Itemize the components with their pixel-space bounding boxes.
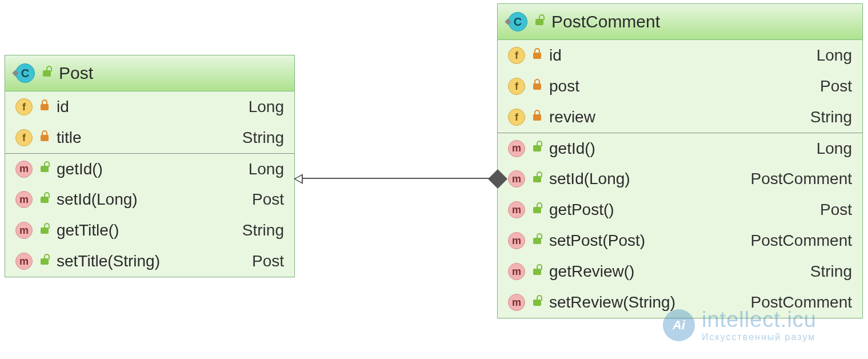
method-name: getPost() [549,201,813,219]
public-unlock-icon [532,204,542,216]
private-lock-icon [532,111,542,123]
field-name: id [549,46,810,65]
field-row: fpostPost [498,71,862,102]
public-unlock-icon [39,193,50,206]
field-badge-icon: f [508,78,525,95]
public-unlock-icon [532,173,542,185]
field-type: String [242,129,284,147]
method-badge-icon: m [508,201,525,218]
method-badge-icon: m [508,294,525,311]
watermark-subtitle: Искусственный разум [702,333,817,342]
method-row: mgetId()Long [498,133,862,163]
composition-connector [295,178,497,179]
method-badge-icon: m [508,170,525,188]
method-row: msetId(Long)PostComment [498,163,862,194]
method-return-type: PostComment [751,170,852,188]
field-type: Long [817,46,852,65]
method-row: mgetTitle()String [5,215,294,246]
method-return-type: String [242,221,284,240]
public-unlock-icon [39,163,50,175]
method-badge-icon: m [15,222,33,239]
class class-badge-icon: C [508,12,527,31]
method-name: getReview() [549,262,803,281]
field-row: fidLong [498,40,862,71]
method-badge-icon: m [508,263,525,280]
method-name: getId() [549,139,810,158]
method-name: setTitle(String) [57,252,245,270]
field-type: String [810,108,852,126]
method-name: setId(Long) [57,190,245,209]
method-badge-icon: m [508,232,525,249]
class-name: PostComment [551,12,660,31]
class-header: CPostComment [498,4,862,40]
method-badge-icon: m [15,253,33,270]
field-name: title [57,129,235,147]
method-row: mgetReview()String [498,256,862,287]
field-row: fidLong [5,91,294,122]
method-row: mgetId()Long [5,153,294,184]
arrowhead-icon [294,174,303,184]
public-unlock-icon [532,265,542,278]
field-row: ftitleString [5,122,294,153]
class-post: CPostfidLongftitleStringmgetId()Longmset… [5,55,295,277]
private-lock-icon [39,131,50,144]
public-unlock-icon [39,255,50,268]
method-return-type: String [810,262,852,281]
private-lock-icon [532,49,542,62]
method-row: mgetPost()Post [498,194,862,225]
method-name: setPost(Post) [549,232,744,250]
method-return-type: Post [252,252,284,270]
method-return-type: Long [817,139,852,158]
field-type: Long [249,98,284,116]
method-name: getTitle() [57,221,235,240]
public-unlock-icon [42,67,52,79]
field-badge-icon: f [15,129,33,146]
field-badge-icon: f [508,47,525,64]
field-type: Post [820,77,852,95]
field-badge-icon: f [15,98,33,115]
method-badge-icon: m [15,161,33,178]
class class-badge-icon: C [15,63,35,83]
method-return-type: Post [820,201,852,219]
method-badge-icon: m [508,140,525,157]
method-badge-icon: m [15,191,33,208]
method-row: msetReview(String)PostComment [498,287,862,318]
method-row: msetTitle(String)Post [5,246,294,277]
method-name: setReview(String) [549,293,744,312]
public-unlock-icon [532,296,542,309]
method-name: setId(Long) [549,170,744,188]
public-unlock-icon [534,15,545,28]
method-row: msetId(Long)Post [5,184,294,215]
private-lock-icon [39,101,50,113]
public-unlock-icon [532,234,542,247]
field-name: id [57,98,242,116]
field-badge-icon: f [508,109,525,126]
field-row: freviewString [498,102,862,133]
method-return-type: PostComment [751,293,852,312]
class-header: CPost [5,55,294,91]
method-row: msetPost(Post)PostComment [498,225,862,256]
private-lock-icon [532,80,542,93]
field-name: post [549,77,813,95]
class-postcomment: CPostCommentfidLongfpostPostfreviewStrin… [497,3,863,318]
public-unlock-icon [532,142,542,155]
method-return-type: Long [249,160,284,178]
public-unlock-icon [39,224,50,237]
method-return-type: Post [252,190,284,209]
field-name: review [549,108,803,126]
method-name: getId() [57,160,242,178]
class-name: Post [59,63,93,83]
method-return-type: PostComment [751,232,852,250]
